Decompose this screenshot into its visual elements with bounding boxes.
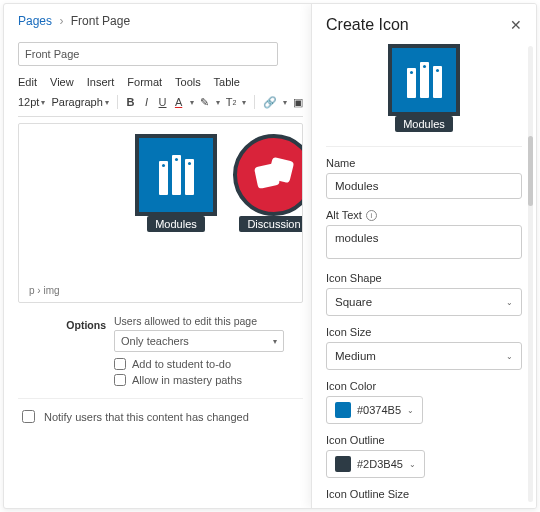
menu-insert[interactable]: Insert [87,76,115,88]
close-icon[interactable]: ✕ [510,17,522,33]
chevron-down-icon: ⌄ [407,406,414,415]
underline-button[interactable]: U [158,94,168,110]
info-icon[interactable]: i [366,210,377,221]
alttext-input[interactable]: modules [326,225,522,259]
text-color-button[interactable]: A [174,94,184,110]
breadcrumb-current: Front Page [71,14,130,28]
highlight-button[interactable]: ✎ [200,94,210,110]
outline-label: Icon Outline [326,434,522,446]
editors-select[interactable]: Only teachers▾ [114,330,284,352]
page-title-input[interactable] [18,42,278,66]
preview-tile [388,44,460,116]
chevron-down-icon: ⌄ [506,352,513,361]
modules-icon [135,134,217,216]
size-select[interactable]: Medium⌄ [326,342,522,370]
discussion-icon-label: Discussion [239,216,303,232]
rich-text-editor[interactable]: Modules Discussion p › img [18,123,303,303]
outline-size-label: Icon Outline Size [326,488,522,500]
name-label: Name [326,157,522,169]
panel-title: Create Icon [326,16,409,34]
name-input[interactable] [326,173,522,199]
editors-caption: Users allowed to edit this page [114,315,303,327]
shape-label: Icon Shape [326,272,522,284]
outline-swatch [335,456,351,472]
menu-edit[interactable]: Edit [18,76,37,88]
image-button[interactable]: ▣ [293,94,303,110]
options-label: Options [18,315,106,386]
notify-checkbox[interactable]: Notify users that this content has chang… [18,407,303,426]
modules-icon-label: Modules [147,216,205,232]
color-label: Icon Color [326,380,522,392]
content-icon-modules[interactable]: Modules [135,134,217,302]
breadcrumb-separator: › [59,14,63,28]
editor-menubar: Edit View Insert Format Tools Table [18,76,303,88]
chevron-down-icon: ⌄ [409,460,416,469]
link-button[interactable]: 🔗 [263,94,277,110]
menu-table[interactable]: Table [214,76,240,88]
breadcrumb-root[interactable]: Pages [18,14,52,28]
menu-tools[interactable]: Tools [175,76,201,88]
breadcrumb: Pages › Front Page [18,14,303,28]
outline-select[interactable]: #2D3B45 ⌄ [326,450,425,478]
font-size-select[interactable]: 12pt▾ [18,96,45,108]
mastery-paths-checkbox[interactable]: Allow in mastery paths [114,374,303,386]
panel-scrollbar[interactable] [528,46,533,502]
shape-select[interactable]: Square⌄ [326,288,522,316]
editor-path: p › img [29,285,60,296]
content-icon-discussion[interactable]: Discussion [233,134,303,302]
color-swatch [335,402,351,418]
alttext-label: Alt Text [326,209,362,221]
italic-button[interactable]: I [141,94,151,110]
bold-button[interactable]: B [125,94,135,110]
chevron-down-icon: ⌄ [506,298,513,307]
size-label: Icon Size [326,326,522,338]
discussion-icon [233,134,303,216]
menu-format[interactable]: Format [127,76,162,88]
block-format-select[interactable]: Paragraph▾ [51,96,108,108]
editor-toolbar: 12pt▾ Paragraph▾ B I U A▾ ✎▾ T2▾ 🔗▾ ▣ [18,94,303,117]
preview-label: Modules [395,116,453,132]
color-select[interactable]: #0374B5 ⌄ [326,396,423,424]
menu-view[interactable]: View [50,76,74,88]
superscript-button[interactable]: T2 [226,94,237,110]
icon-preview: Modules [326,44,522,132]
add-todo-checkbox[interactable]: Add to student to-do [114,358,303,370]
